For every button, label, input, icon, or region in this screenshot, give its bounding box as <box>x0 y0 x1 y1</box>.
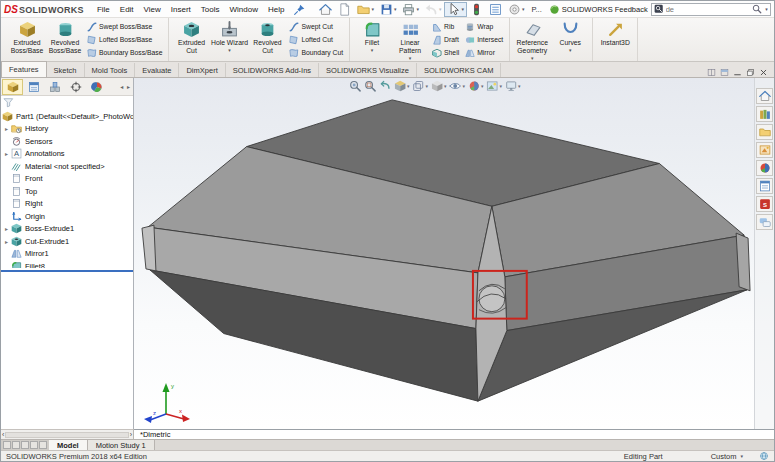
view-settings-button[interactable]: ▾ <box>505 80 521 92</box>
corner-fillet-ball[interactable] <box>479 286 505 312</box>
search-magnifier-icon[interactable] <box>752 4 762 14</box>
graphics-area[interactable]: ▾▾▾▾▾▾▾ S y x z <box>134 78 774 429</box>
menu-insert[interactable]: Insert <box>166 5 196 14</box>
tab-sketch[interactable]: Sketch <box>47 63 85 77</box>
wrap-button[interactable]: Wrap <box>465 21 503 33</box>
tree-item-sensors[interactable]: Sensors <box>1 135 133 148</box>
revolved-cut-button[interactable]: Revolved Cut <box>248 19 286 60</box>
model-left-tip-fillet[interactable] <box>142 225 156 271</box>
lofted-boss-base-button[interactable]: Lofted Boss/Base <box>87 34 162 46</box>
expand-arrow-icon[interactable]: ▸ <box>2 150 11 157</box>
tree-item-front[interactable]: Front <box>1 173 133 186</box>
expand-arrow-icon[interactable]: ▸ <box>2 125 11 132</box>
tab-solidworks-add-ins[interactable]: SOLIDWORKS Add-Ins <box>226 63 319 77</box>
previous-view-button[interactable] <box>379 80 391 92</box>
tree-item-material-not-specified[interactable]: Material <not specified> <box>1 160 133 173</box>
tab-features[interactable]: Features <box>1 61 47 77</box>
restore-button[interactable] <box>746 68 755 77</box>
menu-help[interactable]: Help <box>263 5 289 14</box>
menu-window[interactable]: Window <box>225 5 263 14</box>
panel-horizontal-scrollbar[interactable]: ‹ › <box>1 429 134 439</box>
close-button[interactable] <box>759 68 768 77</box>
tree-item-mirror1[interactable]: Mirror1 <box>1 248 133 261</box>
instant3d-button[interactable]: Instant3D <box>596 19 634 60</box>
tree-item-right[interactable]: Right <box>1 198 133 211</box>
linear-pattern-button[interactable]: Linear Pattern▾ <box>391 19 429 60</box>
split-pane-button[interactable] <box>707 68 716 77</box>
menu-view[interactable]: View <box>139 5 166 14</box>
toolbar-overflow-label[interactable]: P... <box>532 5 542 14</box>
search-caret-icon[interactable]: ▾ <box>765 7 768 12</box>
dimxpert-tab[interactable] <box>65 79 86 95</box>
curves-button[interactable]: Curves▾ <box>551 19 589 60</box>
hole-wizard-button[interactable]: Hole Wizard▾ <box>210 19 248 60</box>
file-properties-button[interactable] <box>486 2 505 17</box>
undo-button[interactable]: ▾ <box>422 2 445 17</box>
draft-button[interactable]: Draft <box>432 34 459 46</box>
tree-item-origin[interactable]: Origin <box>1 210 133 223</box>
feature-tree-tab[interactable] <box>2 79 23 95</box>
mirror-button[interactable]: Mirror <box>465 47 503 59</box>
model-3d[interactable] <box>134 78 774 429</box>
view-palette-button[interactable] <box>756 142 773 158</box>
tab-mold-tools[interactable]: Mold Tools <box>85 63 136 77</box>
tree-item-history[interactable]: ▸History <box>1 123 133 136</box>
view-orientation-button[interactable]: ▾ <box>413 80 429 92</box>
configuration-tab[interactable] <box>44 79 65 95</box>
intersect-button[interactable]: Intersect <box>465 34 503 46</box>
shell-button[interactable]: Shell <box>432 47 459 59</box>
edit-appearance-button[interactable]: ▾ <box>468 80 484 92</box>
tab-evaluate[interactable]: Evaluate <box>135 63 179 77</box>
tab-model[interactable]: Model <box>49 440 88 450</box>
property-manager-tab[interactable] <box>23 79 44 95</box>
tab-solidworks-visualize[interactable]: SOLIDWORKS Visualize <box>319 63 417 77</box>
pin-icon[interactable] <box>294 4 305 15</box>
apply-scene-button[interactable]: ▾ <box>487 80 503 92</box>
feedback-button[interactable]: SOLIDWORKS Feedback <box>549 4 648 15</box>
tab-dimxpert[interactable]: DimXpert <box>179 63 225 77</box>
tab-solidworks-cam[interactable]: SOLIDWORKS CAM <box>417 63 502 77</box>
fillet-button[interactable]: Fillet▾ <box>353 19 391 60</box>
tab-nav-icon[interactable] <box>12 441 20 449</box>
display-style-button[interactable]: ▾ <box>431 80 447 92</box>
boundary-boss-base-button[interactable]: Boundary Boss/Base <box>87 47 162 59</box>
units-selector[interactable]: Custom ▾ <box>711 452 743 461</box>
save-button[interactable]: ▾ <box>377 2 400 17</box>
print-button[interactable]: ▾ <box>399 2 422 17</box>
scroll-right-icon[interactable]: › <box>130 431 132 438</box>
messages-button[interactable] <box>756 214 773 230</box>
appearances-button[interactable] <box>756 160 773 176</box>
swept-boss-base-button[interactable]: Swept Boss/Base <box>87 21 162 33</box>
select-cursor-button[interactable]: ▾ <box>444 2 467 17</box>
display-manager-tab[interactable] <box>86 79 107 95</box>
tab-nav-icon[interactable] <box>39 441 47 449</box>
file-explorer-button[interactable] <box>756 124 773 140</box>
swept-cut-button[interactable]: Swept Cut <box>289 21 343 33</box>
tree-item-boss-extrude1[interactable]: ▸Boss-Extrude1 <box>1 223 133 236</box>
search-type-icon[interactable] <box>654 4 664 14</box>
design-library-button[interactable] <box>756 106 773 122</box>
filter-icon[interactable] <box>3 97 14 108</box>
panel-tab-scroll-arrows[interactable]: ◂ ▸ <box>120 83 133 90</box>
open-folder-button[interactable]: ▾ <box>354 2 377 17</box>
section-view-button[interactable]: ▾ <box>394 80 410 92</box>
tree-item-part1-default-default-photoworks-d[interactable]: Part1 (Default<<Default>_PhotoWorks D <box>1 110 133 123</box>
tab-motion-study-1[interactable]: Motion Study 1 <box>88 440 155 450</box>
zoom-fit-button[interactable] <box>349 80 361 92</box>
boundary-cut-button[interactable]: Boundary Cut <box>289 47 343 59</box>
zoom-area-button[interactable] <box>364 80 376 92</box>
menu-file[interactable]: File <box>92 5 115 14</box>
tree-item-annotations[interactable]: ▸AAnnotations <box>1 148 133 161</box>
revolved-boss-base-button[interactable]: Revolved Boss/Base <box>46 19 84 60</box>
menu-tools[interactable]: Tools <box>196 5 225 14</box>
tree-item-top[interactable]: Top <box>1 185 133 198</box>
search-input[interactable] <box>666 5 750 14</box>
home-button[interactable] <box>316 2 335 17</box>
tab-nav-icon[interactable] <box>30 441 38 449</box>
tab-nav-icon[interactable] <box>21 441 29 449</box>
lofted-cut-button[interactable]: Lofted Cut <box>289 34 343 46</box>
options-button[interactable]: ▾ <box>505 2 528 17</box>
tree-item-cut-extrude1[interactable]: ▸Cut-Extrude1 <box>1 235 133 248</box>
expand-arrow-icon[interactable]: ▸ <box>2 225 11 232</box>
menu-edit[interactable]: Edit <box>115 5 139 14</box>
